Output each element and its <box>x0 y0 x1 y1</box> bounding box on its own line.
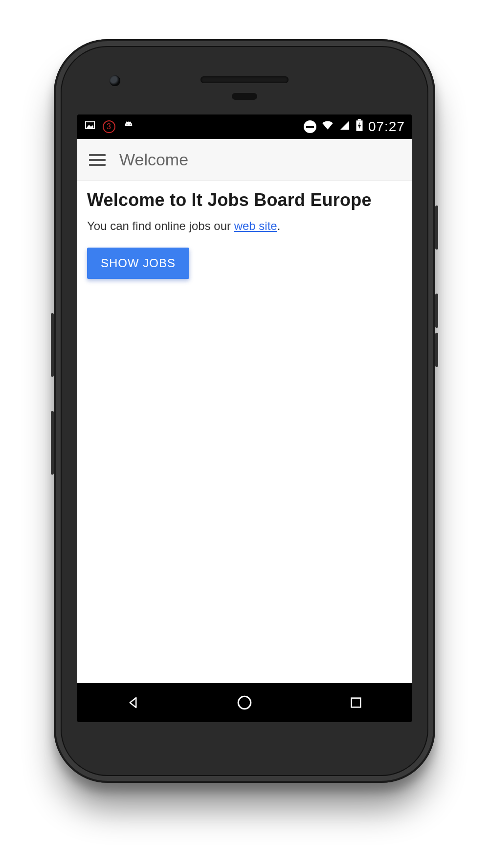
image-icon <box>84 119 96 135</box>
cell-signal-icon <box>339 119 351 135</box>
volume-up-button[interactable] <box>435 294 438 328</box>
app-bar-title: Welcome <box>119 150 188 169</box>
svg-rect-4 <box>358 119 361 120</box>
subtitle-prefix: You can find online jobs our <box>87 219 234 232</box>
android-icon <box>122 120 135 133</box>
status-bar: 3 <box>77 114 412 139</box>
volume-down-button[interactable] <box>435 333 438 367</box>
recents-button[interactable] <box>346 693 366 712</box>
status-right: 07:27 <box>304 119 405 135</box>
show-jobs-button[interactable]: SHOW JOBS <box>87 248 189 279</box>
phone-bezel: 3 <box>61 46 428 776</box>
battery-charging-icon <box>356 119 363 135</box>
app-bar: Welcome <box>77 139 412 181</box>
svg-rect-6 <box>352 698 361 708</box>
earpiece-speaker <box>200 76 289 83</box>
do-not-disturb-icon <box>304 120 316 133</box>
status-left: 3 <box>84 119 135 135</box>
web-site-link[interactable]: web site <box>234 219 277 232</box>
svg-point-2 <box>130 124 131 125</box>
home-button[interactable] <box>235 693 254 712</box>
canvas: 3 <box>0 0 489 868</box>
android-nav-bar <box>77 683 412 722</box>
proximity-sensor <box>232 93 257 100</box>
clock: 07:27 <box>368 119 405 135</box>
menu-icon[interactable] <box>89 154 106 166</box>
content: Welcome to It Jobs Board Europe You can … <box>77 181 412 683</box>
back-button[interactable] <box>123 693 143 712</box>
svg-point-5 <box>238 696 251 709</box>
screen: 3 <box>77 114 412 722</box>
page-title: Welcome to It Jobs Board Europe <box>87 190 402 210</box>
phone-frame: 3 <box>54 39 435 783</box>
wifi-icon <box>321 119 334 135</box>
subtitle-suffix: . <box>277 219 281 232</box>
subtitle: You can find online jobs our web site. <box>87 219 402 233</box>
svg-point-1 <box>127 124 128 125</box>
front-camera <box>110 75 120 86</box>
power-button[interactable] <box>435 206 438 250</box>
phone-side-slot <box>51 313 54 377</box>
phone-side-slot <box>51 411 54 475</box>
notification-count-badge: 3 <box>103 120 115 133</box>
